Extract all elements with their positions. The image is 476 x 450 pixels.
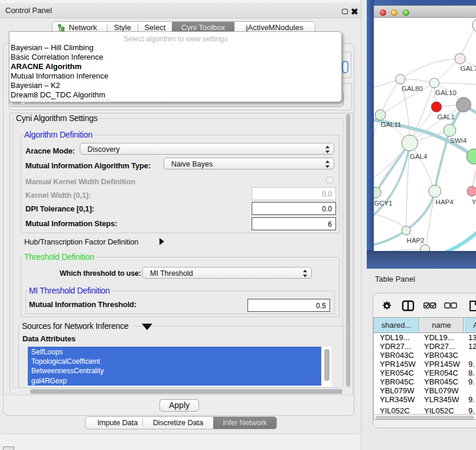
svg-text:GAL80: GAL80 — [402, 85, 423, 92]
svg-text:HAP4: HAP4 — [436, 198, 454, 206]
svg-text:GAL4: GAL4 — [410, 153, 428, 160]
svg-text:GCY1: GCY1 — [374, 200, 392, 207]
svg-text:HAP2: HAP2 — [407, 237, 425, 244]
svg-text:Y: Y — [472, 198, 476, 206]
svg-text:SWI4: SWI4 — [450, 137, 467, 144]
svg-text:GAL11: GAL11 — [381, 121, 402, 128]
svg-text:GAL7: GAL7 — [461, 65, 476, 72]
svg-text:GAL1: GAL1 — [438, 113, 455, 120]
svg-text:GAL10: GAL10 — [435, 89, 457, 96]
